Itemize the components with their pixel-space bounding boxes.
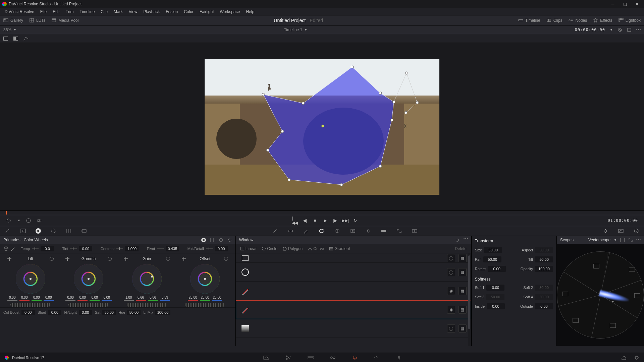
invert-toggle[interactable]: ◯ (447, 268, 455, 276)
window-row-circle[interactable]: ◯▦ (236, 263, 471, 282)
wheels-mode-icon[interactable] (201, 238, 206, 242)
lift-y[interactable]: 0.00 (7, 296, 17, 301)
menu-item[interactable]: File (38, 9, 49, 15)
last-frame-button[interactable]: ▶▶| (342, 218, 348, 223)
reset-icon[interactable] (108, 257, 112, 261)
mask-toggle[interactable]: ▦ (459, 287, 467, 295)
gamma-g[interactable]: 0.00 (90, 296, 100, 301)
zoom-level[interactable]: 36% (3, 27, 11, 32)
gallery-toggle[interactable]: Gallery (3, 18, 23, 23)
mute-icon[interactable] (37, 218, 43, 223)
options-icon[interactable] (636, 239, 641, 240)
magic-mask-icon[interactable] (350, 228, 356, 234)
stop-button[interactable]: ■ (312, 218, 318, 223)
add-circle-button[interactable]: Circle (260, 246, 279, 252)
temp-value[interactable]: 0.0 (41, 246, 54, 251)
custom-curves-icon[interactable] (272, 228, 278, 234)
menu-item[interactable]: Help (243, 9, 257, 15)
highlight-icon[interactable] (23, 36, 29, 41)
hilight-value[interactable]: 0.00 (79, 310, 92, 315)
crosshair-icon[interactable] (65, 257, 69, 261)
offset-r[interactable]: 25.00 (188, 296, 198, 301)
window-row-curve-active[interactable]: ◉▦ (236, 300, 471, 319)
cut-page-icon[interactable] (285, 355, 291, 360)
menu-item[interactable]: Color (181, 9, 196, 15)
invert-toggle[interactable]: ◯ (447, 324, 455, 333)
mask-toggle[interactable]: ▦ (459, 254, 467, 262)
stereo-3d-icon[interactable] (412, 228, 418, 234)
offset-g[interactable]: 25.00 (200, 296, 210, 301)
nodes-toggle[interactable]: Nodes (568, 18, 587, 23)
menu-item[interactable]: Mark (111, 9, 125, 15)
tint-value[interactable]: 0.00 (79, 246, 92, 251)
tilt-value[interactable]: 50.00 (535, 256, 553, 262)
info-icon[interactable] (633, 228, 639, 234)
colboost-value[interactable]: 0.00 (21, 310, 35, 315)
gamma-color-wheel[interactable] (74, 264, 103, 294)
sizing-icon[interactable] (396, 228, 402, 234)
play-button[interactable]: ▶ (322, 218, 328, 223)
close-button[interactable]: ✕ (631, 0, 643, 8)
reset-icon[interactable] (166, 257, 170, 261)
mask-toggle[interactable]: ▦ (459, 268, 467, 276)
playhead-icon[interactable] (6, 211, 7, 215)
mask-toggle[interactable]: ▦ (459, 306, 467, 314)
transport-timecode[interactable]: 01:00:00:00 (608, 218, 638, 223)
add-polygon-button[interactable]: Polygon (281, 246, 305, 252)
rgb-mixer-icon[interactable] (66, 228, 72, 234)
loop-icon[interactable] (6, 218, 12, 223)
chevron-down-icon[interactable]: ▼ (610, 28, 613, 32)
hue-value[interactable]: 50.00 (127, 310, 141, 315)
render-cache-icon[interactable] (26, 218, 31, 223)
crosshair-icon[interactable] (7, 257, 11, 261)
hdr-wheels-icon[interactable] (50, 228, 56, 234)
scopes-mode[interactable]: Vectorscope (588, 238, 610, 242)
gain-b[interactable]: 3.39 (160, 296, 170, 301)
gamma-r[interactable]: 0.00 (77, 296, 88, 301)
timeline-toggle[interactable]: Timeline (518, 18, 540, 23)
effects-toggle[interactable]: Effects (593, 18, 612, 23)
qualifier-eyedropper-icon[interactable] (303, 228, 309, 234)
bars-mode-icon[interactable] (210, 238, 215, 242)
offset-color-wheel[interactable] (190, 264, 220, 294)
outside-value[interactable]: 0.00 (535, 303, 553, 309)
qualifier-icon[interactable] (20, 228, 26, 234)
bypass-icon[interactable] (618, 27, 622, 32)
menu-item[interactable]: Clip (98, 9, 110, 15)
timeline-name[interactable]: Timeline 1 (284, 27, 302, 32)
pivot-slider[interactable] (157, 248, 164, 249)
blur-icon[interactable] (365, 228, 371, 234)
options-icon[interactable] (636, 29, 641, 30)
window-row-gradient[interactable]: ◯▦ (236, 319, 471, 338)
add-curve-button[interactable]: Curve (306, 246, 326, 252)
window-row-polygon[interactable]: ◉▦ (236, 282, 471, 300)
reset-icon[interactable] (227, 238, 232, 242)
prev-frame-button[interactable]: ◀| (302, 218, 308, 223)
maximize-button[interactable]: ▢ (619, 0, 631, 8)
next-frame-button[interactable]: |▶ (332, 218, 338, 223)
invert-toggle[interactable]: ◯ (447, 254, 455, 262)
key-icon[interactable] (381, 228, 387, 234)
add-linear-button[interactable]: Linear (238, 246, 259, 252)
deliver-page-icon[interactable] (396, 355, 402, 360)
menu-item[interactable]: Workspace (217, 9, 243, 15)
media-page-icon[interactable] (263, 355, 269, 360)
menu-item[interactable]: Playback (141, 9, 162, 15)
scrollbar[interactable] (468, 253, 471, 346)
menu-item[interactable]: DaVinci Resolve (2, 9, 37, 15)
first-frame-button[interactable]: |◀◀ (292, 218, 298, 223)
color-warper-icon[interactable] (287, 228, 293, 234)
window-row-linear[interactable]: ◯▦ (236, 253, 471, 263)
curves-icon[interactable] (5, 228, 11, 234)
menu-item[interactable]: Fairlight (197, 9, 217, 15)
expand-icon[interactable] (628, 238, 633, 242)
color-wheels-icon[interactable] (36, 228, 41, 234)
luts-toggle[interactable]: LUTs (29, 18, 45, 23)
size-value[interactable]: 50.00 (484, 247, 502, 253)
expand-icon[interactable] (627, 27, 632, 32)
opacity-value[interactable]: 100.00 (535, 266, 553, 272)
offset-b[interactable]: 25.00 (212, 296, 222, 301)
tint-slider[interactable] (70, 248, 77, 249)
reset-icon[interactable] (50, 257, 54, 261)
menu-item[interactable]: View (126, 9, 140, 15)
